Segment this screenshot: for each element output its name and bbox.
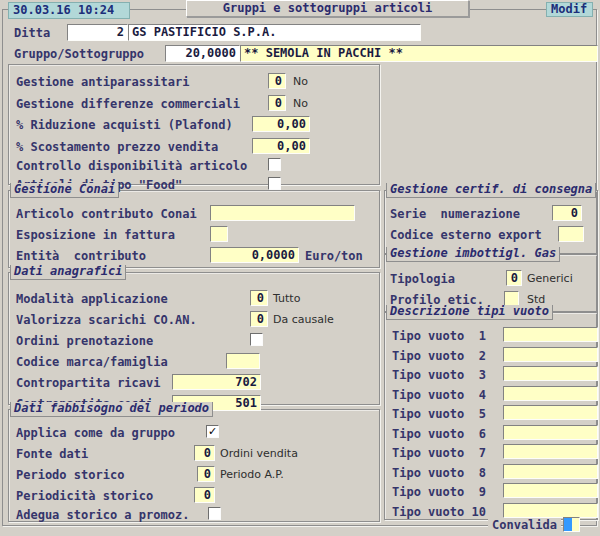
gestione-differenze-field[interactable]: 0 — [268, 95, 286, 111]
gestione-antiparassitari-desc: No — [293, 75, 308, 89]
ordini-prenotazione-label: Ordini prenotazione — [16, 334, 153, 348]
tipo-vuoto-6-label: Tipo vuoto 6 — [392, 427, 486, 441]
tipo-vuoto-6-field[interactable] — [503, 425, 598, 440]
valorizza-scarichi-desc: Da causale — [273, 313, 334, 327]
tipo-vuoto-1-field[interactable] — [503, 327, 598, 342]
entita-contributo-field[interactable]: 0,0000 — [210, 247, 299, 263]
conai-section-title: Gestione Conai — [10, 183, 119, 198]
codice-marca-field[interactable] — [226, 353, 260, 369]
ditta-name-field[interactable]: GS PASTIFICIO S.P.A. — [128, 24, 421, 41]
tipo-vuoto-8-field[interactable] — [503, 464, 598, 479]
adegua-storico-checkbox[interactable] — [208, 507, 221, 520]
tipo-vuoto-2-field[interactable] — [503, 347, 598, 362]
tipo-vuoto-5-label: Tipo vuoto 5 — [392, 407, 486, 421]
tipologia-label: Tipologia — [390, 272, 455, 286]
contropartita-ricavi-label: Contropartita ricavi — [16, 376, 161, 390]
gruppo-desc-field[interactable]: ** SEMOLA IN PACCHI ** — [240, 45, 598, 62]
gestione-differenze-desc: No — [293, 97, 308, 111]
tipo-vuoto-2-label: Tipo vuoto 2 — [392, 349, 486, 363]
tipo-vuoto-1-label: Tipo vuoto 1 — [392, 329, 486, 343]
ditta-label: Ditta — [14, 26, 50, 40]
applica-gruppo-label: Applica come da gruppo — [16, 426, 175, 440]
adegua-storico-label: Adegua storico a promoz. — [16, 508, 189, 522]
gestione-differenze-label: Gestione differenze commerciali — [16, 97, 240, 111]
fonte-dati-field[interactable]: 0 — [194, 445, 215, 461]
fonte-dati-desc: Ordini vendita — [220, 447, 298, 461]
valorizza-scarichi-field[interactable]: 0 — [250, 311, 268, 327]
convalida-cursor-field[interactable] — [563, 517, 580, 532]
modalita-applicazione-label: Modalità applicazione — [16, 292, 168, 306]
datetime-box: 30.03.16 10:24 — [8, 2, 130, 19]
tipo-vuoto-3-field[interactable] — [503, 366, 598, 381]
gruppo-label: Gruppo/Sottogruppo — [14, 47, 144, 61]
serie-numerazione-label: Serie numerazione — [390, 207, 520, 221]
controllo-disponibilita-checkbox[interactable] — [268, 158, 281, 171]
tipo-vuoto-5-field[interactable] — [503, 405, 598, 420]
articolo-conai-field[interactable] — [210, 205, 355, 221]
tipo-vuoto-10-label: Tipo vuoto 10 — [392, 505, 486, 519]
gestione-antiparassitari-label: Gestione antiparassitari — [16, 75, 189, 89]
codice-esterno-label: Codice esterno export — [390, 228, 542, 242]
serie-numerazione-field[interactable]: 0 — [552, 205, 582, 221]
anagrafici-section-title: Dati anagrafici — [10, 265, 126, 280]
tipo-vuoto-8-label: Tipo vuoto 8 — [392, 466, 486, 480]
tipo-vuoto-7-field[interactable] — [503, 444, 598, 459]
ordini-prenotazione-checkbox[interactable] — [250, 333, 263, 346]
tipo-vuoto-9-field[interactable] — [503, 483, 598, 498]
scostamento-prezzo-field[interactable]: 0,00 — [252, 138, 310, 154]
fonte-dati-label: Fonte dati — [16, 447, 88, 461]
convalida-label: Convalida — [488, 518, 561, 532]
modalita-applicazione-field[interactable]: 0 — [250, 290, 268, 306]
codice-esterno-field[interactable] — [558, 226, 584, 242]
articolo-conai-label: Articolo contributo Conai — [16, 207, 197, 221]
periodo-storico-desc: Periodo A.P. — [220, 468, 284, 482]
tipo-vuoto-4-field[interactable] — [503, 386, 598, 401]
scostamento-prezzo-label: % Scostamento prezzo vendita — [16, 140, 218, 154]
gas-section-title: Gestione imbottigl. Gas — [386, 247, 560, 262]
certificati-section-title: Gestione certif. di consegna — [386, 183, 596, 198]
esposizione-fattura-label: Esposizione in fattura — [16, 228, 175, 242]
esposizione-fattura-field[interactable] — [210, 226, 228, 242]
controllo-disponibilita-label: Controllo disponibilità articolo — [16, 159, 247, 173]
riduzione-acquisti-label: % Riduzione acquisti (Plafond) — [16, 118, 233, 132]
tipo-vuoto-3-label: Tipo vuoto 3 — [392, 368, 486, 382]
tipologia-field[interactable]: 0 — [506, 270, 522, 286]
entita-contributo-unit: Euro/ton — [305, 249, 363, 263]
gestione-antiparassitari-field[interactable]: 0 — [268, 73, 286, 89]
tipo-vuoto-7-label: Tipo vuoto 7 — [392, 446, 486, 460]
gruppo-code-field[interactable]: 20,0000 — [165, 45, 240, 62]
tipo-vuoto-4-label: Tipo vuoto 4 — [392, 388, 486, 402]
articoli-food-checkbox[interactable] — [268, 177, 281, 190]
periodicita-storico-field[interactable]: 0 — [194, 487, 215, 503]
fabbisogno-section-title: Dati fabbisogno del periodo — [10, 402, 213, 417]
contropartita-ricavi-field[interactable]: 702 — [172, 374, 261, 390]
tipo-vuoto-10-field[interactable] — [503, 503, 598, 518]
mode-badge: Modif — [546, 2, 593, 17]
entita-contributo-label: Entità contributo — [16, 249, 146, 263]
codice-marca-label: Codice marca/famiglia — [16, 355, 168, 369]
applica-gruppo-checkbox[interactable] — [206, 425, 219, 438]
vuoto-section-title: Descrizione tipi vuoto — [386, 305, 553, 320]
window-title: Gruppi e sottogruppi articoli — [186, 0, 469, 17]
certificati-groupbox — [384, 190, 598, 254]
periodo-storico-field[interactable]: 0 — [197, 466, 215, 482]
ditta-code-field[interactable]: 2 — [67, 24, 128, 41]
tipo-vuoto-9-label: Tipo vuoto 9 — [392, 485, 486, 499]
valorizza-scarichi-label: Valorizza scarichi CO.AN. — [16, 313, 197, 327]
periodo-storico-label: Periodo storico — [16, 468, 124, 482]
periodicita-storico-label: Periodicità storico — [16, 489, 153, 503]
riduzione-acquisti-field[interactable]: 0,00 — [252, 116, 310, 132]
modalita-applicazione-desc: Tutto — [273, 292, 300, 306]
tipologia-desc: Generici — [527, 272, 573, 286]
